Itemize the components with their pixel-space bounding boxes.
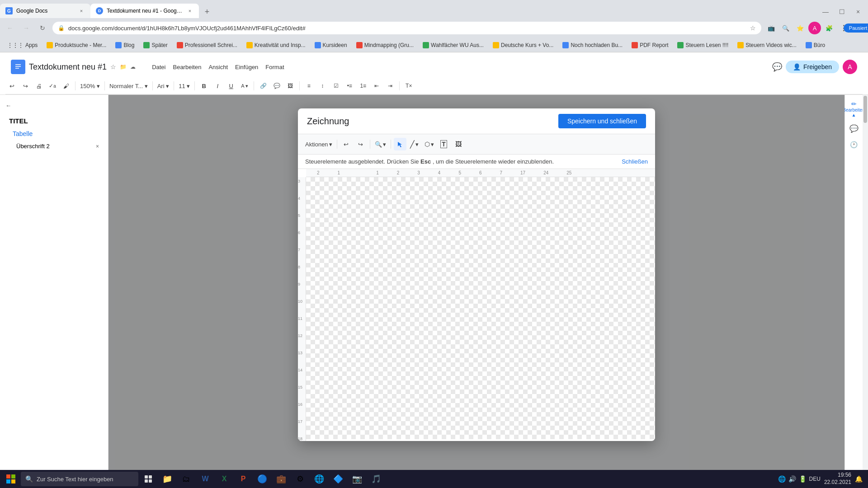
checklist-btn[interactable]: ☑: [330, 80, 342, 92]
new-tab-button[interactable]: +: [201, 5, 213, 18]
notification-close-btn[interactable]: Schließen: [622, 158, 648, 165]
star-icon[interactable]: ☆: [750, 24, 756, 32]
align-left-btn[interactable]: ≡: [302, 80, 315, 92]
shape-tool-btn[interactable]: ⬡ ▾: [423, 138, 436, 150]
image-btn[interactable]: 🖼: [284, 80, 297, 92]
taskbar-clock[interactable]: 19:56 22.02.2021: [824, 472, 851, 486]
restore-btn[interactable]: ☐: [835, 5, 848, 18]
print-btn[interactable]: 🖨: [33, 80, 45, 92]
taskbar-settings[interactable]: ⚙: [291, 471, 309, 487]
bookmark-star-icon[interactable]: ⭐: [794, 22, 807, 34]
sidebar-back[interactable]: ←: [5, 100, 103, 111]
comment-panel-icon[interactable]: 💬: [847, 121, 861, 136]
bearbeiten-btn[interactable]: ✏ Bearbeiten ▲: [847, 99, 861, 119]
folder-icon[interactable]: 📁: [120, 64, 127, 70]
pause-browser-btn[interactable]: Pausiert: [852, 22, 864, 34]
italic-btn[interactable]: I: [211, 80, 224, 92]
bold-btn[interactable]: B: [198, 80, 210, 92]
sidebar-item-uberschrift2[interactable]: Überschrift 2 ×: [5, 140, 103, 152]
draw-zoom-btn[interactable]: 🔍 ▾: [373, 138, 388, 150]
sidebar-close-icon[interactable]: ×: [96, 143, 99, 150]
underline-btn[interactable]: U: [225, 80, 237, 92]
back-btn[interactable]: ←: [4, 22, 16, 34]
bookmark-kreativitat[interactable]: Kreativität und Insp...: [243, 41, 309, 49]
image-tool-btn[interactable]: 🖼: [452, 138, 465, 150]
zoom-select[interactable]: 150% ▾: [78, 80, 102, 92]
menu-ansicht[interactable]: Ansicht: [205, 62, 231, 72]
menu-datei[interactable]: Datei: [148, 62, 169, 72]
forward-btn[interactable]: →: [20, 22, 33, 34]
save-close-button[interactable]: Speichern und schließen: [558, 114, 646, 128]
bookmark-mindmapping[interactable]: Mindmapping (Gru...: [353, 41, 417, 49]
undo-btn[interactable]: ↩: [5, 80, 18, 92]
user-avatar[interactable]: A: [843, 60, 857, 74]
taskbar-powerpoint[interactable]: P: [234, 471, 252, 487]
share-button[interactable]: 👤 Freigeben: [786, 61, 839, 73]
tab-close-2[interactable]: ×: [186, 7, 193, 14]
battery-icon[interactable]: 🔋: [799, 475, 807, 483]
bookmark-steuern-videos[interactable]: Steuern Videos wic...: [734, 41, 800, 49]
indent-more-btn[interactable]: ⇥: [384, 80, 396, 92]
draw-redo-btn[interactable]: ↪: [354, 138, 367, 150]
taskbar-app6[interactable]: 🔵: [253, 471, 271, 487]
menu-format[interactable]: Format: [262, 62, 288, 72]
bookmark-apps[interactable]: ⋮⋮⋮ Apps: [4, 41, 41, 49]
taskbar-explorer[interactable]: 📁: [158, 471, 176, 487]
cloud-icon[interactable]: ☁: [130, 64, 136, 70]
bookmark-pdf[interactable]: PDF Report: [628, 41, 672, 49]
start-button[interactable]: [2, 471, 20, 487]
sidebar-item-titel[interactable]: TITEL: [5, 114, 103, 127]
tab-google-docs[interactable]: G Google Docs ×: [0, 4, 90, 18]
history-icon[interactable]: 🕐: [847, 137, 861, 152]
indent-less-btn[interactable]: ⇤: [370, 80, 383, 92]
menu-einfugen[interactable]: Einfügen: [231, 62, 262, 72]
actions-btn[interactable]: Aktionen ▾: [303, 138, 334, 150]
style-select[interactable]: Normaler T... ▾: [108, 80, 150, 92]
minimize-btn[interactable]: —: [819, 5, 832, 18]
profile-icon[interactable]: A: [808, 22, 821, 34]
taskbar-music[interactable]: 🎵: [367, 471, 385, 487]
bullet-list-btn[interactable]: •≡: [343, 80, 356, 92]
font-size-select[interactable]: 11 ▾: [177, 80, 192, 92]
clear-format-btn[interactable]: T×: [402, 80, 415, 92]
tab-textdoc[interactable]: D Textdokument neu #1 - Google ... ×: [90, 4, 199, 18]
pause-label[interactable]: Pausiert: [844, 23, 868, 33]
bookmark-buro[interactable]: Büro: [802, 41, 829, 49]
menu-bearbeiten[interactable]: Bearbeiten: [169, 62, 205, 72]
redo-btn[interactable]: ↪: [19, 80, 32, 92]
bookmark-kursideen[interactable]: Kursideen: [311, 41, 351, 49]
num-list-btn[interactable]: 1≡: [357, 80, 369, 92]
select-tool-btn[interactable]: [394, 138, 406, 150]
textbox-tool-btn[interactable]: T: [438, 138, 450, 150]
comment-btn[interactable]: 💬: [270, 80, 283, 92]
star-doc-icon[interactable]: ☆: [110, 63, 116, 70]
paint-btn[interactable]: 🖌: [60, 80, 72, 92]
sidebar-item-tabelle[interactable]: Tabelle: [5, 127, 103, 140]
taskbar-teams[interactable]: 💼: [272, 471, 290, 487]
taskview-btn[interactable]: [139, 471, 157, 487]
bookmark-professionell[interactable]: Professionell Schrei...: [173, 41, 241, 49]
taskbar-search[interactable]: 🔍 Zur Suche Text hier eingeben: [21, 472, 138, 486]
bookmark-noch[interactable]: Noch hochladen Bu...: [559, 41, 626, 49]
scrollbar[interactable]: [863, 95, 868, 488]
taskbar-camera[interactable]: 📷: [348, 471, 366, 487]
bookmark-produktsuche[interactable]: Produktsuche - Mer...: [43, 41, 110, 49]
tab-close-1[interactable]: ×: [78, 7, 85, 14]
taskbar-edge[interactable]: 🔷: [329, 471, 347, 487]
taskbar-excel[interactable]: X: [215, 471, 233, 487]
network-icon[interactable]: 🌐: [778, 475, 786, 483]
cast-icon[interactable]: 📺: [765, 22, 778, 34]
scrollbar-thumb[interactable]: [863, 96, 867, 123]
line-tool-btn[interactable]: ╱ ▾: [408, 138, 421, 150]
bookmark-deutsche[interactable]: Deutsche Kurs + Vo...: [489, 41, 557, 49]
draw-undo-btn[interactable]: ↩: [340, 138, 353, 150]
address-bar[interactable]: 🔒 docs.google.com/document/d/1hUH8k6h7Lb…: [52, 22, 761, 34]
taskbar-word[interactable]: W: [196, 471, 214, 487]
bookmark-blog[interactable]: Blog: [112, 41, 138, 49]
chat-icon[interactable]: 💬: [772, 62, 782, 72]
taskbar-files[interactable]: 🗂: [177, 471, 195, 487]
drawing-canvas[interactable]: [306, 177, 655, 439]
spellcheck-btn[interactable]: ✓a: [46, 80, 59, 92]
notification-icon[interactable]: 🔔: [855, 475, 863, 483]
color-btn[interactable]: A ▾: [238, 80, 251, 92]
